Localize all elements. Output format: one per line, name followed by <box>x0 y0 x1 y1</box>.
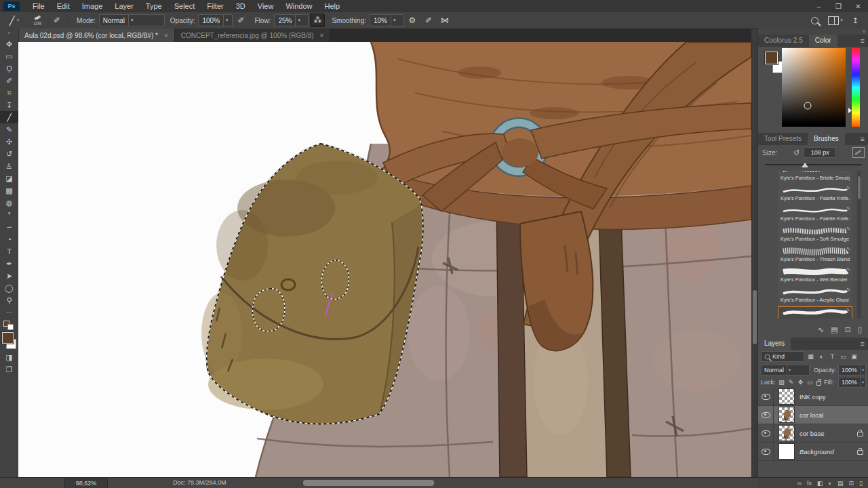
smoothing-dropdown[interactable]: 10% ▾ <box>370 14 404 26</box>
layer-filter-dropdown[interactable]: Kind <box>761 351 804 362</box>
layer-name[interactable]: cor local <box>800 411 823 419</box>
blend-mode-dropdown[interactable]: Normal ▾ <box>761 365 810 375</box>
lock-transparent-pixels-icon[interactable]: ▨ <box>778 379 785 386</box>
menu-select[interactable]: Select <box>168 0 201 12</box>
brush-preset-item[interactable]: ✎ Kyle's Paintbox - Bristle Smudge <box>778 171 852 183</box>
minimize-button[interactable]: – <box>809 1 829 12</box>
opacity-dropdown[interactable]: 100% ▾ <box>198 14 233 26</box>
mixer-brush-tool[interactable]: ✣ <box>0 136 18 148</box>
menu-edit[interactable]: Edit <box>51 0 76 12</box>
adjustment-layer-icon[interactable]: ◐ <box>829 480 832 487</box>
toolbar-collapse-icon[interactable]: » <box>0 28 18 38</box>
brush-size-field[interactable]: 108 px <box>804 147 836 158</box>
layer-name[interactable]: Background <box>800 448 834 455</box>
layer-row-ink-copy[interactable]: INK copy <box>758 388 868 406</box>
brush-preset-item-selected[interactable]: ✎ Kyle's Paintbox - Acrylics Basic <box>778 306 852 319</box>
tab-tool-presets[interactable]: Tool Presets <box>758 133 808 145</box>
layer-visibility-toggle[interactable] <box>758 388 774 405</box>
restore-button[interactable]: ❐ <box>829 1 848 12</box>
brush-tool[interactable]: ╱ <box>0 111 18 123</box>
panel-menu-icon[interactable]: ≡ <box>861 133 868 145</box>
tab-coolorus[interactable]: Coolorus 2.5 <box>758 35 809 47</box>
dodge-tool[interactable]: ◔ <box>0 233 18 245</box>
tab-color[interactable]: Color <box>809 35 837 47</box>
foreground-color-swatch[interactable] <box>2 332 14 344</box>
stroke-preview-toggle-icon[interactable]: ∿ <box>818 325 824 334</box>
type-tool[interactable]: T <box>0 245 18 258</box>
brush-preset-item[interactable]: ✎ Kyle's Paintbox - Wet Blender <box>778 266 852 285</box>
menu-view[interactable]: View <box>252 0 280 12</box>
layer-visibility-toggle[interactable] <box>758 424 774 442</box>
lock-position-icon[interactable]: ✥ <box>797 379 804 386</box>
tab-brushes[interactable]: Brushes <box>808 133 845 145</box>
lock-all-icon[interactable] <box>816 381 821 386</box>
default-colors-icon[interactable] <box>0 319 18 329</box>
layer-opacity-dropdown[interactable]: 100% ▾ <box>838 365 866 375</box>
share-icon[interactable]: ↥ <box>852 16 859 25</box>
brush-preset-item[interactable]: ✎ Kyle's Paintbox - Palette Knife... <box>778 184 852 203</box>
menu-type[interactable]: Type <box>140 0 168 12</box>
brush-preset-picker[interactable]: 109 <box>28 13 46 28</box>
pressure-size-icon[interactable]: ✐ <box>422 14 435 26</box>
clone-stamp-tool[interactable]: ♙ <box>0 160 18 172</box>
layer-name[interactable]: cor base <box>800 430 824 437</box>
edit-toolbar-icon[interactable]: ⋯ <box>0 306 18 319</box>
layer-thumbnail[interactable] <box>778 388 795 405</box>
pen-tool[interactable]: ✒ <box>0 258 18 270</box>
menu-file[interactable]: File <box>26 0 51 12</box>
crop-tool[interactable]: ⌗ <box>0 87 18 99</box>
color-cursor[interactable] <box>804 102 811 109</box>
filter-shape-layers-icon[interactable]: ▭ <box>839 353 848 360</box>
brush-list-scrollbar[interactable] <box>857 171 861 319</box>
zoom-tool[interactable]: ⚲ <box>0 294 18 306</box>
layer-thumbnail[interactable] <box>778 425 795 441</box>
quick-mask-button[interactable]: ◨ <box>0 351 18 363</box>
quick-selection-tool[interactable]: ✐ <box>0 75 18 87</box>
current-tool-preset[interactable]: ╱ ▾ <box>3 14 26 27</box>
ellipse-tool[interactable]: ◯ <box>0 282 18 294</box>
move-tool[interactable]: ✥ <box>0 38 18 50</box>
panel-menu-icon[interactable]: ≡ <box>861 35 868 47</box>
close-tab-icon[interactable]: × <box>320 32 324 39</box>
smoothing-gear-icon[interactable]: ⚙ <box>406 14 419 26</box>
flow-dropdown[interactable]: 25% ▾ <box>274 14 309 26</box>
layer-row-cor-base[interactable]: cor base <box>758 424 868 443</box>
menu-image[interactable]: Image <box>76 0 109 12</box>
horizontal-scrollbar-thumb[interactable] <box>303 480 434 486</box>
lasso-tool[interactable]: Ϙ <box>0 62 18 75</box>
history-brush-tool[interactable]: ↺ <box>0 148 18 160</box>
size-slider-thumb[interactable] <box>802 163 808 167</box>
filter-adjustment-layers-icon[interactable]: ◐ <box>817 353 826 360</box>
menu-window[interactable]: Window <box>279 0 318 12</box>
new-group-icon[interactable]: ▤ <box>837 480 844 487</box>
menu-layer[interactable]: Layer <box>108 0 140 12</box>
path-selection-tool[interactable]: ➤ <box>0 270 18 282</box>
pressure-opacity-icon[interactable]: ✐ <box>234 14 248 26</box>
screen-mode-button[interactable]: ❐ <box>0 363 18 375</box>
delete-brush-icon[interactable]: ▯ <box>858 325 862 334</box>
tab-layers[interactable]: Layers <box>758 338 791 350</box>
layer-name[interactable]: INK copy <box>800 393 826 401</box>
brush-preset-item[interactable]: ✎ Kyle's Paintbox - Acrylic Glaze <box>778 286 852 305</box>
brush-settings-panel-icon[interactable] <box>852 147 865 158</box>
new-layer-icon[interactable]: ⊡ <box>849 480 854 487</box>
foreground-color-swatch[interactable] <box>765 52 778 64</box>
size-slider[interactable] <box>765 164 862 165</box>
paint-symmetry-icon[interactable]: ⋈ <box>438 14 452 26</box>
close-tab-icon[interactable]: × <box>164 32 168 39</box>
search-icon[interactable] <box>811 17 818 24</box>
lock-image-pixels-icon[interactable]: ✎ <box>788 379 795 386</box>
rectangular-marquee-tool[interactable]: ▭ <box>0 50 18 62</box>
brush-preset-item[interactable]: ✎ Kyle's Paintbox - Soft Smudge <box>778 225 852 244</box>
brush-preset-item[interactable]: ✎ Kyle's Paintbox - Thrash Blend <box>778 245 852 264</box>
lock-artboard-icon[interactable]: ▭ <box>807 379 814 386</box>
panel-menu-icon[interactable]: ≡ <box>861 338 868 350</box>
saturation-brightness-field[interactable] <box>782 48 846 127</box>
layer-thumbnail[interactable] <box>778 443 795 460</box>
new-brush-icon[interactable]: ⊡ <box>845 325 851 334</box>
brush-list-scrollbar-thumb[interactable] <box>858 176 861 199</box>
menu-3d[interactable]: 3D <box>230 0 252 12</box>
layer-row-background[interactable]: Background <box>758 443 868 461</box>
reset-size-icon[interactable]: ↺ <box>793 148 800 157</box>
canvas-viewport[interactable] <box>18 42 751 477</box>
